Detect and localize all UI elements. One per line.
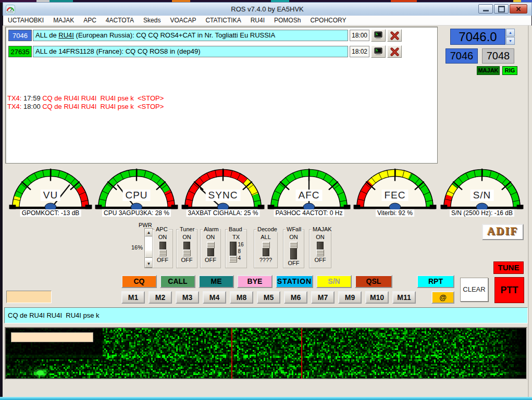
m1-button[interactable]: M1 [121, 291, 145, 304]
rx-message-callsign[interactable]: 14FRS1128 [58, 47, 94, 55]
adif-button[interactable]: ADIF [482, 224, 524, 240]
pwr-up-button[interactable]: ▲ [145, 229, 153, 236]
gauge-value-label: S/N (2500 Hz): -16 dB [450, 209, 514, 217]
menu-item-4actota[interactable]: 4ACTOTA [101, 17, 139, 24]
gauge-afc: AFCPA3HOC 4ACTOT: 0 Hz [265, 167, 353, 217]
sn-button[interactable]: S/N [316, 275, 352, 288]
m9-button[interactable]: M9 [338, 291, 362, 304]
rig-indicator[interactable]: RIG [502, 66, 517, 75]
m10-button[interactable]: M10 [365, 291, 389, 304]
m8-button[interactable]: M8 [230, 291, 253, 304]
baud-selector[interactable]: 1684 [230, 242, 237, 262]
gauge-title: AFC [296, 190, 323, 201]
menu-item-skeds[interactable]: Skeds [139, 17, 165, 24]
gauge-title: CPU [122, 190, 150, 201]
menu-item-uctahobki[interactable]: UCTAHOBKI [3, 17, 48, 24]
majak-indicator[interactable]: MAJAK [477, 66, 500, 75]
menubar: UCTAHOBKI MAJAK APC 4ACTOTA Skeds VOACAP… [3, 16, 531, 26]
delete-message-button[interactable] [387, 29, 402, 42]
rx-row-frequency[interactable]: 7046 [8, 30, 32, 41]
chevron-down-icon: ▼ [509, 39, 512, 43]
band-button-7048[interactable]: 7048 [482, 48, 514, 64]
apc-toggle[interactable] [159, 242, 166, 256]
m5-button[interactable]: M5 [257, 291, 280, 304]
callsign-input[interactable] [6, 291, 52, 303]
arrow-down-icon: ▼ [147, 261, 151, 266]
gauge-value-label: PA3HOC 4ACTOT: 0 Hz [274, 209, 344, 217]
frequency-down-button[interactable]: ▼ [506, 37, 515, 45]
m7-button[interactable]: M7 [311, 291, 335, 304]
delete-message-button[interactable] [387, 45, 402, 58]
m6-button[interactable]: M6 [284, 291, 307, 304]
vfo-frequency-display[interactable]: 7046.0 [450, 29, 505, 45]
switch-off-label: OFF [315, 257, 326, 263]
tx-message: CQ de RU4I RU4I RU4I pse k <STOP> [42, 94, 164, 102]
tuner-toggle[interactable] [183, 242, 190, 256]
m2-button[interactable]: M2 [149, 291, 172, 304]
m11-button[interactable]: M11 [392, 291, 416, 304]
frequency-up-button[interactable]: ▲ [506, 29, 515, 36]
call-button[interactable]: CALL [160, 275, 195, 288]
menu-item-majak[interactable]: MAJAK [48, 17, 79, 24]
menu-item-apc[interactable]: APC [79, 17, 101, 24]
switch-knob[interactable] [229, 256, 237, 262]
ptt-button[interactable]: PTT [494, 277, 524, 303]
m4-button[interactable]: M4 [203, 291, 226, 304]
switch-knob[interactable] [316, 249, 324, 256]
window-title: ROS v7.4.0 by EA5HVK [3, 5, 531, 13]
group-legend: MAJAK [312, 226, 333, 232]
switch-off-label: OFF [205, 257, 216, 263]
station-button[interactable]: STATION [276, 275, 313, 288]
pwr-slider-thumb[interactable] [145, 250, 153, 258]
clear-button[interactable]: CLEAR [460, 278, 488, 302]
menu-item-voacap[interactable]: VOACAP [165, 17, 201, 24]
frequency-spinner: ▲ ▼ [506, 29, 515, 45]
alarm-toggle[interactable] [207, 242, 214, 256]
rx-message-callsign[interactable]: RU4I [58, 31, 74, 39]
switch-knob[interactable] [159, 249, 167, 256]
me-button[interactable]: ME [199, 275, 234, 288]
waterfall-display[interactable] [5, 327, 527, 380]
switch-on-label: ON [158, 234, 167, 240]
cq-button[interactable]: CQ [121, 275, 157, 288]
titlebar[interactable]: ROS v7.4.0 by EA5HVK ✕ [3, 2, 532, 16]
tune-button[interactable]: TUNE [493, 261, 524, 274]
group-legend: Tuner [179, 226, 195, 232]
menu-item-ru4i[interactable]: RU4I [246, 17, 269, 24]
bye-button[interactable]: BYE [237, 275, 273, 288]
waterfall-canvas[interactable] [6, 328, 526, 379]
rx-row-frequency[interactable]: 27635 [8, 46, 32, 57]
rx-row-message[interactable]: ALL de 14FRS1128 (France): CQ CQ ROS8 in… [33, 46, 348, 57]
decode-all-label: ALL [261, 234, 271, 240]
qsl-button[interactable]: QSL [355, 275, 392, 288]
switch-knob[interactable] [207, 242, 215, 248]
m3-button[interactable]: M3 [176, 291, 199, 304]
band-button-7046[interactable]: 7046 [446, 48, 478, 64]
wfall-toggle[interactable] [290, 242, 297, 259]
minimize-button[interactable] [478, 4, 493, 14]
rpt-button[interactable]: RPT [417, 275, 454, 288]
majak-toggle[interactable] [317, 242, 324, 256]
switch-knob[interactable] [262, 242, 270, 248]
switch-knob[interactable] [183, 249, 191, 256]
menu-item-ctatictika[interactable]: CTATICTIKA [201, 17, 245, 24]
open-chat-button[interactable] [371, 45, 386, 58]
maximize-icon [498, 6, 505, 12]
window-controls: ✕ [478, 4, 527, 14]
menu-item-cpohcory[interactable]: CPOHCORY [305, 17, 351, 24]
red-x-icon [390, 31, 400, 41]
rx-row-message[interactable]: ALL de RU4I (European Russia): CQ CQ ROS… [33, 30, 348, 41]
gauge-title: SYNC [206, 190, 241, 201]
at-button[interactable]: @ [431, 291, 454, 304]
rx-message-pre: ALL de [35, 31, 58, 39]
switch-knob[interactable] [290, 242, 298, 248]
open-chat-button[interactable] [371, 29, 386, 42]
tx-message-input[interactable] [4, 307, 528, 323]
close-button[interactable]: ✕ [510, 4, 527, 14]
switch-on-label: ON [206, 234, 215, 240]
pwr-down-button[interactable]: ▼ [145, 260, 153, 268]
decode-toggle[interactable] [263, 242, 269, 256]
menu-item-pomosh[interactable]: POMOSh [269, 17, 305, 24]
wfall-switch-group: WFall ON OFF [283, 229, 304, 268]
maximize-button[interactable] [494, 4, 509, 14]
